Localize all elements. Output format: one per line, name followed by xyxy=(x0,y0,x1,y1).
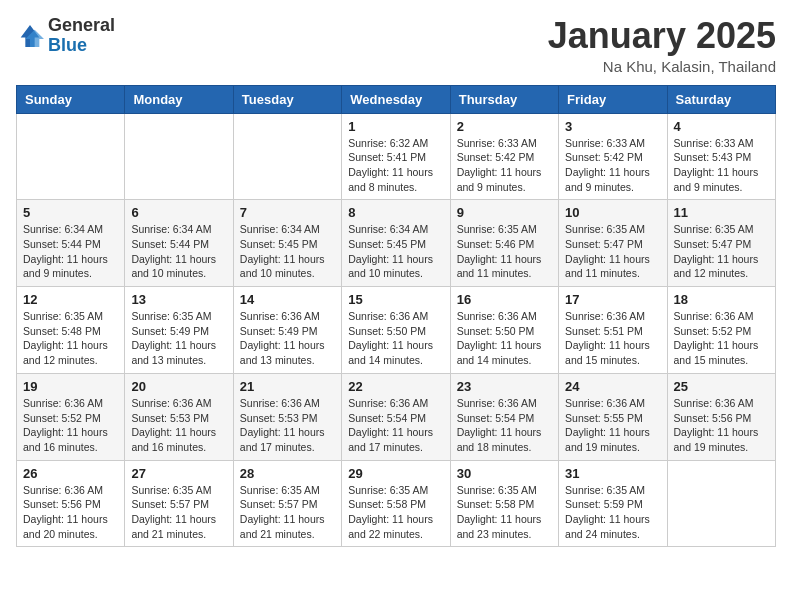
day-info: Sunrise: 6:34 AMSunset: 5:45 PMDaylight:… xyxy=(240,222,335,281)
day-number: 27 xyxy=(131,466,226,481)
title-block: January 2025 Na Khu, Kalasin, Thailand xyxy=(548,16,776,75)
day-info: Sunrise: 6:33 AMSunset: 5:42 PMDaylight:… xyxy=(565,136,660,195)
calendar-cell: 29Sunrise: 6:35 AMSunset: 5:58 PMDayligh… xyxy=(342,460,450,547)
day-number: 31 xyxy=(565,466,660,481)
day-info: Sunrise: 6:36 AMSunset: 5:56 PMDaylight:… xyxy=(23,483,118,542)
day-info: Sunrise: 6:33 AMSunset: 5:43 PMDaylight:… xyxy=(674,136,769,195)
day-number: 10 xyxy=(565,205,660,220)
calendar-cell: 24Sunrise: 6:36 AMSunset: 5:55 PMDayligh… xyxy=(559,373,667,460)
day-number: 3 xyxy=(565,119,660,134)
calendar-week-2: 5Sunrise: 6:34 AMSunset: 5:44 PMDaylight… xyxy=(17,200,776,287)
calendar-cell: 27Sunrise: 6:35 AMSunset: 5:57 PMDayligh… xyxy=(125,460,233,547)
day-info: Sunrise: 6:35 AMSunset: 5:47 PMDaylight:… xyxy=(565,222,660,281)
day-number: 7 xyxy=(240,205,335,220)
weekday-header-monday: Monday xyxy=(125,85,233,113)
calendar-cell: 22Sunrise: 6:36 AMSunset: 5:54 PMDayligh… xyxy=(342,373,450,460)
calendar-cell: 20Sunrise: 6:36 AMSunset: 5:53 PMDayligh… xyxy=(125,373,233,460)
day-info: Sunrise: 6:36 AMSunset: 5:54 PMDaylight:… xyxy=(348,396,443,455)
day-info: Sunrise: 6:35 AMSunset: 5:46 PMDaylight:… xyxy=(457,222,552,281)
day-number: 1 xyxy=(348,119,443,134)
day-number: 14 xyxy=(240,292,335,307)
day-info: Sunrise: 6:35 AMSunset: 5:58 PMDaylight:… xyxy=(348,483,443,542)
day-number: 9 xyxy=(457,205,552,220)
calendar-cell: 10Sunrise: 6:35 AMSunset: 5:47 PMDayligh… xyxy=(559,200,667,287)
day-info: Sunrise: 6:32 AMSunset: 5:41 PMDaylight:… xyxy=(348,136,443,195)
day-info: Sunrise: 6:35 AMSunset: 5:58 PMDaylight:… xyxy=(457,483,552,542)
calendar-cell: 1Sunrise: 6:32 AMSunset: 5:41 PMDaylight… xyxy=(342,113,450,200)
calendar-cell: 28Sunrise: 6:35 AMSunset: 5:57 PMDayligh… xyxy=(233,460,341,547)
day-number: 29 xyxy=(348,466,443,481)
calendar-week-3: 12Sunrise: 6:35 AMSunset: 5:48 PMDayligh… xyxy=(17,287,776,374)
calendar-cell xyxy=(17,113,125,200)
calendar-week-1: 1Sunrise: 6:32 AMSunset: 5:41 PMDaylight… xyxy=(17,113,776,200)
day-number: 23 xyxy=(457,379,552,394)
month-title: January 2025 xyxy=(548,16,776,56)
weekday-header-tuesday: Tuesday xyxy=(233,85,341,113)
weekday-header-thursday: Thursday xyxy=(450,85,558,113)
logo-blue: Blue xyxy=(48,35,87,55)
day-info: Sunrise: 6:35 AMSunset: 5:49 PMDaylight:… xyxy=(131,309,226,368)
calendar-cell: 17Sunrise: 6:36 AMSunset: 5:51 PMDayligh… xyxy=(559,287,667,374)
calendar: SundayMondayTuesdayWednesdayThursdayFrid… xyxy=(16,85,776,548)
day-number: 21 xyxy=(240,379,335,394)
weekday-header-friday: Friday xyxy=(559,85,667,113)
calendar-cell: 23Sunrise: 6:36 AMSunset: 5:54 PMDayligh… xyxy=(450,373,558,460)
day-number: 8 xyxy=(348,205,443,220)
day-info: Sunrise: 6:35 AMSunset: 5:48 PMDaylight:… xyxy=(23,309,118,368)
day-number: 30 xyxy=(457,466,552,481)
day-number: 24 xyxy=(565,379,660,394)
calendar-cell: 11Sunrise: 6:35 AMSunset: 5:47 PMDayligh… xyxy=(667,200,775,287)
calendar-cell: 18Sunrise: 6:36 AMSunset: 5:52 PMDayligh… xyxy=(667,287,775,374)
day-number: 12 xyxy=(23,292,118,307)
day-info: Sunrise: 6:36 AMSunset: 5:52 PMDaylight:… xyxy=(674,309,769,368)
calendar-cell xyxy=(667,460,775,547)
day-number: 20 xyxy=(131,379,226,394)
day-info: Sunrise: 6:36 AMSunset: 5:55 PMDaylight:… xyxy=(565,396,660,455)
day-info: Sunrise: 6:35 AMSunset: 5:57 PMDaylight:… xyxy=(131,483,226,542)
day-number: 4 xyxy=(674,119,769,134)
day-number: 2 xyxy=(457,119,552,134)
logo: General Blue xyxy=(16,16,115,56)
calendar-cell: 30Sunrise: 6:35 AMSunset: 5:58 PMDayligh… xyxy=(450,460,558,547)
location: Na Khu, Kalasin, Thailand xyxy=(548,58,776,75)
calendar-cell: 12Sunrise: 6:35 AMSunset: 5:48 PMDayligh… xyxy=(17,287,125,374)
weekday-header-row: SundayMondayTuesdayWednesdayThursdayFrid… xyxy=(17,85,776,113)
calendar-week-4: 19Sunrise: 6:36 AMSunset: 5:52 PMDayligh… xyxy=(17,373,776,460)
calendar-cell: 9Sunrise: 6:35 AMSunset: 5:46 PMDaylight… xyxy=(450,200,558,287)
calendar-cell: 26Sunrise: 6:36 AMSunset: 5:56 PMDayligh… xyxy=(17,460,125,547)
calendar-cell: 4Sunrise: 6:33 AMSunset: 5:43 PMDaylight… xyxy=(667,113,775,200)
day-info: Sunrise: 6:35 AMSunset: 5:57 PMDaylight:… xyxy=(240,483,335,542)
day-info: Sunrise: 6:33 AMSunset: 5:42 PMDaylight:… xyxy=(457,136,552,195)
day-number: 19 xyxy=(23,379,118,394)
day-info: Sunrise: 6:36 AMSunset: 5:49 PMDaylight:… xyxy=(240,309,335,368)
day-info: Sunrise: 6:34 AMSunset: 5:45 PMDaylight:… xyxy=(348,222,443,281)
calendar-cell xyxy=(233,113,341,200)
day-number: 15 xyxy=(348,292,443,307)
calendar-cell: 8Sunrise: 6:34 AMSunset: 5:45 PMDaylight… xyxy=(342,200,450,287)
calendar-cell: 31Sunrise: 6:35 AMSunset: 5:59 PMDayligh… xyxy=(559,460,667,547)
day-info: Sunrise: 6:36 AMSunset: 5:51 PMDaylight:… xyxy=(565,309,660,368)
calendar-week-5: 26Sunrise: 6:36 AMSunset: 5:56 PMDayligh… xyxy=(17,460,776,547)
logo-icon xyxy=(16,22,44,50)
calendar-cell: 25Sunrise: 6:36 AMSunset: 5:56 PMDayligh… xyxy=(667,373,775,460)
calendar-cell: 13Sunrise: 6:35 AMSunset: 5:49 PMDayligh… xyxy=(125,287,233,374)
day-info: Sunrise: 6:34 AMSunset: 5:44 PMDaylight:… xyxy=(23,222,118,281)
calendar-cell: 5Sunrise: 6:34 AMSunset: 5:44 PMDaylight… xyxy=(17,200,125,287)
calendar-cell: 7Sunrise: 6:34 AMSunset: 5:45 PMDaylight… xyxy=(233,200,341,287)
day-info: Sunrise: 6:34 AMSunset: 5:44 PMDaylight:… xyxy=(131,222,226,281)
day-number: 22 xyxy=(348,379,443,394)
day-info: Sunrise: 6:36 AMSunset: 5:53 PMDaylight:… xyxy=(240,396,335,455)
calendar-cell: 3Sunrise: 6:33 AMSunset: 5:42 PMDaylight… xyxy=(559,113,667,200)
day-info: Sunrise: 6:36 AMSunset: 5:53 PMDaylight:… xyxy=(131,396,226,455)
weekday-header-saturday: Saturday xyxy=(667,85,775,113)
day-number: 28 xyxy=(240,466,335,481)
day-number: 17 xyxy=(565,292,660,307)
weekday-header-wednesday: Wednesday xyxy=(342,85,450,113)
day-number: 13 xyxy=(131,292,226,307)
day-info: Sunrise: 6:35 AMSunset: 5:47 PMDaylight:… xyxy=(674,222,769,281)
calendar-cell xyxy=(125,113,233,200)
calendar-cell: 2Sunrise: 6:33 AMSunset: 5:42 PMDaylight… xyxy=(450,113,558,200)
day-number: 6 xyxy=(131,205,226,220)
day-info: Sunrise: 6:36 AMSunset: 5:50 PMDaylight:… xyxy=(457,309,552,368)
day-number: 16 xyxy=(457,292,552,307)
